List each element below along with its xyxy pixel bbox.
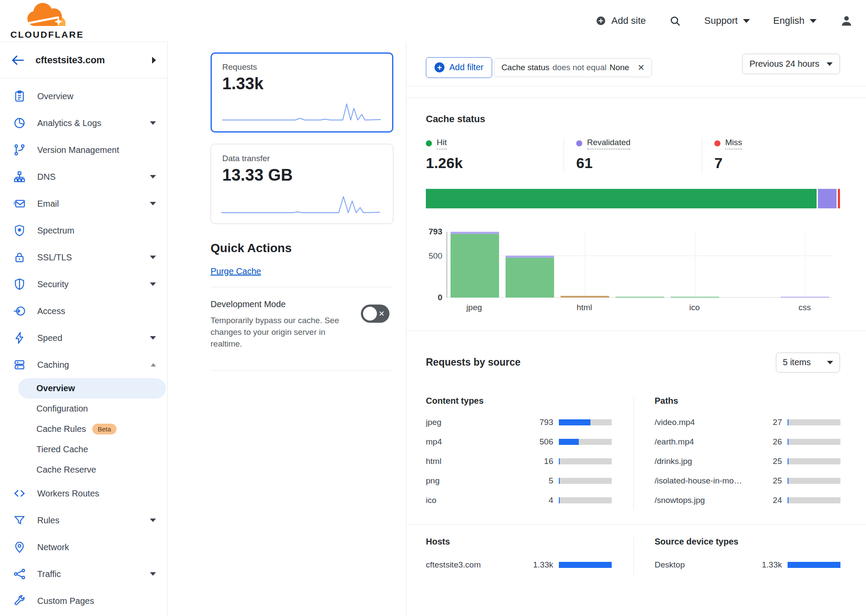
table-row[interactable]: jpeg793 [426, 413, 612, 432]
sidebar-item-spectrum[interactable]: Spectrum [0, 217, 167, 244]
sidebar-item-custom-pages[interactable]: Custom Pages [0, 587, 167, 614]
row-value: 1.33k [530, 560, 553, 570]
beta-badge: Beta [92, 424, 117, 434]
bar-ico [671, 297, 719, 298]
language-menu[interactable]: English [773, 15, 817, 26]
sidebar-subitem-cache-reserve[interactable]: Cache Reserve [0, 460, 167, 480]
chevron-down-icon [150, 336, 156, 340]
filter-chip-close-icon[interactable]: ✕ [637, 62, 645, 73]
stat-label[interactable]: Hit [437, 138, 447, 149]
cloudflare-cloud-icon [25, 3, 70, 29]
table-row[interactable]: html16 [426, 452, 612, 471]
x-tick-label: ico [689, 303, 700, 312]
purge-cache-link[interactable]: Purge Cache [211, 266, 261, 276]
sidebar-item-workers-routes[interactable]: Workers Routes [0, 480, 167, 507]
sidebar-subitem-label: Configuration [36, 404, 88, 414]
sidebar-item-email[interactable]: Email [0, 190, 167, 217]
time-range-select[interactable]: Previous 24 hours [742, 54, 840, 74]
search-button[interactable] [669, 15, 681, 27]
stat-label[interactable]: Miss [725, 138, 742, 149]
sidebar-item-version-management[interactable]: Version Management [0, 136, 167, 163]
row-label: /video.mp4 [655, 418, 759, 427]
sidebar-item-label: Speed [37, 333, 62, 343]
cloudflare-logo[interactable]: CLOUDFLARE [10, 3, 84, 39]
user-icon [840, 14, 853, 27]
table-row[interactable]: /earth.mp426 [655, 432, 840, 452]
stat-label[interactable]: Revalidated [587, 138, 630, 149]
chevron-right-icon[interactable] [152, 57, 156, 64]
table-row[interactable]: ico4 [426, 491, 612, 510]
row-label: /earth.mp4 [655, 437, 759, 447]
card-label: Data transfer [222, 154, 382, 163]
table-row[interactable]: cftestsite3.com1.33k [426, 555, 612, 575]
stacked-segment-miss [838, 189, 840, 208]
y-tick-label: 0 [438, 293, 442, 302]
sidebar-item-label: Security [37, 279, 68, 289]
table-row[interactable]: /drinks.jpg25 [655, 452, 840, 471]
y-tick-label: 500 [428, 251, 442, 261]
row-label: /snowtops.jpg [655, 496, 759, 505]
bar-jpeg [451, 232, 499, 298]
paths-table: Paths/video.mp427/earth.mp426/drinks.jpg… [633, 396, 866, 510]
sidebar-subitem-cache-rules[interactable]: Cache RulesBeta [0, 419, 167, 439]
sidebar-subitem-tiered-cache[interactable]: Tiered Cache [0, 439, 167, 460]
row-label: mp4 [426, 437, 530, 447]
summary-card-data-transfer[interactable]: Data transfer13.33 GB [211, 144, 393, 224]
support-menu[interactable]: Support [704, 15, 750, 26]
chevron-down-icon [810, 19, 817, 23]
table-row[interactable]: mp4506 [426, 432, 612, 452]
items-count-select[interactable]: 5 items [776, 353, 840, 373]
sidebar-subitem-overview[interactable]: Overview [18, 378, 166, 399]
add-filter-button[interactable]: + Add filter [426, 57, 492, 78]
access-icon [13, 305, 26, 318]
sidebar-item-access[interactable]: Access [0, 298, 167, 324]
table-row[interactable]: Desktop1.33k [655, 555, 840, 575]
sidebar-item-label: Spectrum [37, 226, 75, 236]
toggle-off-x-icon: ✕ [379, 309, 385, 318]
cloudflare-dashboard: CLOUDFLARE Add site Support English [0, 0, 866, 616]
cache-status-title: Cache status [426, 113, 840, 125]
back-arrow-icon[interactable] [11, 55, 24, 66]
row-value: 24 [759, 496, 782, 505]
sidebar-item-network[interactable]: Network [0, 534, 167, 561]
hosts-devices-section: Hostscftestsite3.com1.33k Source device … [406, 524, 866, 575]
row-label: jpeg [426, 418, 530, 427]
divider [211, 370, 393, 371]
table-title: Source device types [655, 537, 840, 547]
sidebar-subitem-configuration[interactable]: Configuration [0, 399, 167, 419]
summary-card-requests[interactable]: Requests1.33k [211, 52, 393, 133]
row-bar [788, 458, 840, 464]
card-label: Requests [222, 62, 382, 72]
table-row[interactable]: /snowtops.jpg24 [655, 491, 840, 510]
sidebar-item-security[interactable]: Security [0, 271, 167, 298]
sidebar-item-caching[interactable]: Caching [0, 351, 167, 378]
sidebar: cftestsite3.com OverviewAnalytics & Logs… [0, 42, 168, 616]
sidebar-item-analytics-logs[interactable]: Analytics & Logs [0, 110, 167, 136]
spectrum-icon [13, 224, 26, 237]
row-label: /isolated-house-in-mo… [655, 476, 759, 486]
summary-column: Requests1.33kData transfer13.33 GB Quick… [168, 42, 406, 616]
gridline [585, 232, 585, 298]
row-label: /drinks.jpg [655, 457, 759, 466]
filter-chip[interactable]: Cache status does not equal None ✕ [494, 58, 652, 77]
table-row[interactable]: /isolated-house-in-mo…25 [655, 471, 840, 491]
development-mode-description: Temporarily bypass our cache. See change… [211, 314, 354, 350]
user-account-button[interactable] [840, 14, 853, 27]
sidebar-item-overview[interactable]: Overview [0, 83, 167, 110]
sidebar-item-rules[interactable]: Rules [0, 507, 167, 534]
version-management-icon [13, 143, 26, 156]
row-label: Desktop [655, 560, 759, 570]
row-value: 25 [759, 476, 782, 486]
sidebar-item-traffic[interactable]: Traffic [0, 561, 167, 587]
table-row[interactable]: png5 [426, 471, 612, 491]
sidebar-item-speed[interactable]: Speed [0, 324, 167, 351]
speed-icon [13, 331, 26, 344]
sidebar-item-ssl-tls[interactable]: SSL/TLS [0, 244, 167, 271]
table-row[interactable]: /video.mp427 [655, 413, 840, 432]
development-mode-toggle[interactable]: ✕ [361, 305, 389, 323]
add-site-button[interactable]: Add site [596, 15, 646, 26]
chevron-down-icon [150, 572, 156, 576]
row-bar [788, 439, 840, 445]
row-label: cftestsite3.com [426, 560, 530, 570]
sidebar-item-dns[interactable]: DNS [0, 163, 167, 190]
